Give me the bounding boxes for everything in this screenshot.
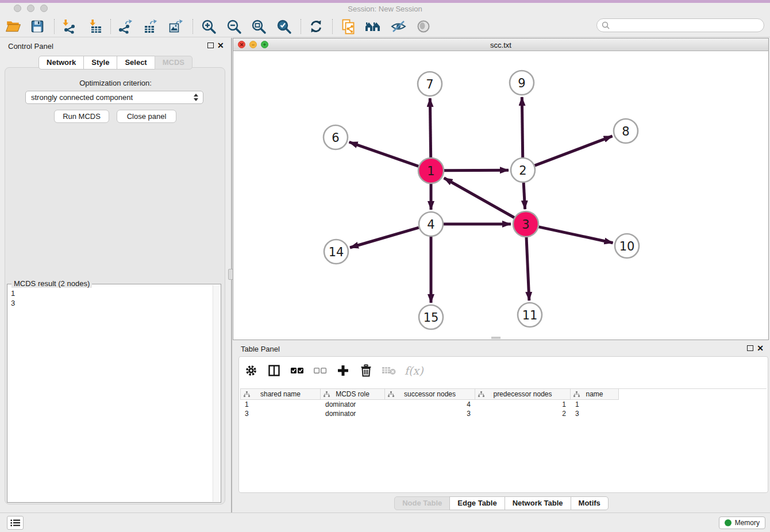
- node-4[interactable]: 4: [419, 212, 443, 236]
- cell[interactable]: 3: [571, 409, 619, 418]
- float-table-panel-icon[interactable]: [747, 345, 753, 351]
- run-mcds-button[interactable]: Run MCDS: [54, 110, 109, 123]
- import-network-icon[interactable]: [60, 18, 78, 35]
- toolbar-separator: [54, 19, 55, 34]
- edge-3-11[interactable]: [526, 237, 529, 300]
- edge-2-8[interactable]: [535, 136, 613, 165]
- table-panel-body: f(x) shared nameMCDS rolesuccessor nodes…: [238, 356, 768, 493]
- title-bar: Session: New Session: [0, 0, 770, 16]
- duplicate-network-icon[interactable]: [340, 18, 357, 35]
- column-header-predecessor-nodes[interactable]: predecessor nodes: [475, 389, 571, 400]
- table-panel: Table Panel ✕: [233, 341, 770, 512]
- table-header-row: shared nameMCDS rolesuccessor nodesprede…: [240, 388, 767, 400]
- open-session-icon[interactable]: [5, 18, 22, 35]
- cell[interactable]: 3: [385, 409, 475, 418]
- close-table-panel-icon[interactable]: ✕: [757, 345, 764, 352]
- tab-network[interactable]: Network: [38, 56, 84, 70]
- column-header-successor-nodes[interactable]: successor nodes: [385, 389, 475, 400]
- delete-column-icon[interactable]: [359, 363, 374, 378]
- toolbar-separator: [332, 19, 333, 34]
- optimization-criterion-select[interactable]: strongly connected component: [25, 91, 203, 104]
- network-window-titlebar[interactable]: ✕ − + scc.txt: [233, 38, 768, 51]
- add-column-icon[interactable]: [336, 363, 351, 378]
- node-label: 7: [426, 78, 433, 91]
- tab-network-table[interactable]: Network Table: [505, 496, 571, 510]
- edge-3-1[interactable]: [444, 178, 514, 218]
- node-9[interactable]: 9: [510, 71, 534, 95]
- table-row[interactable]: 3dominator323: [240, 409, 767, 418]
- zoom-out-icon[interactable]: [225, 18, 242, 35]
- cell[interactable]: 1: [571, 400, 619, 409]
- import-table-icon[interactable]: [87, 18, 105, 35]
- column-header-mcds-role[interactable]: MCDS role: [321, 389, 385, 400]
- edge-1-7[interactable]: [430, 98, 430, 157]
- export-image-icon[interactable]: [167, 18, 184, 35]
- node-10[interactable]: 10: [615, 234, 639, 258]
- node-label: 9: [518, 76, 525, 90]
- tab-motifs[interactable]: Motifs: [571, 496, 609, 510]
- application-window: Session: New Session: [0, 0, 770, 532]
- cell[interactable]: 1: [475, 400, 571, 409]
- zoom-selected-icon[interactable]: [275, 18, 292, 35]
- mcds-result-scrollbar[interactable]: [213, 285, 220, 502]
- zoom-fit-icon[interactable]: [250, 18, 267, 35]
- selected-option: strongly connected component: [31, 93, 133, 102]
- export-table-icon[interactable]: [142, 18, 159, 35]
- node-6[interactable]: 6: [324, 125, 348, 149]
- edge-1-6[interactable]: [349, 142, 419, 166]
- tab-mcds[interactable]: MCDS: [155, 56, 192, 70]
- cell[interactable]: 1: [240, 400, 321, 409]
- cell[interactable]: dominator: [321, 400, 385, 409]
- node-3[interactable]: 3: [513, 211, 538, 237]
- edge-3-10[interactable]: [538, 227, 613, 243]
- tab-node-table[interactable]: Node Table: [394, 496, 450, 510]
- table-settings-icon[interactable]: [244, 363, 259, 378]
- cell[interactable]: 4: [385, 400, 475, 409]
- column-header-shared-name[interactable]: shared name: [240, 389, 321, 400]
- edge-2-3[interactable]: [523, 183, 525, 209]
- table-toolbar: f(x): [244, 361, 424, 380]
- node-7[interactable]: 7: [418, 72, 442, 96]
- tab-edge-table[interactable]: Edge Table: [449, 496, 505, 510]
- network-graph-canvas[interactable]: 7968124314101511: [233, 51, 768, 340]
- memory-button[interactable]: Memory: [719, 516, 765, 529]
- edge-2-9[interactable]: [522, 97, 522, 157]
- tab-select[interactable]: Select: [117, 56, 155, 70]
- node-15[interactable]: 15: [419, 305, 443, 329]
- show-all-icon[interactable]: [415, 18, 432, 35]
- save-session-icon[interactable]: [29, 18, 46, 35]
- toolbar-separator: [301, 19, 301, 34]
- cell[interactable]: 2: [475, 409, 571, 418]
- mcds-result-line: 1: [11, 288, 15, 298]
- node-2[interactable]: 2: [511, 158, 535, 182]
- network-scrollbar-nub[interactable]: [491, 337, 500, 339]
- select-all-icon[interactable]: [290, 363, 305, 378]
- table-row[interactable]: 1dominator411: [240, 400, 767, 409]
- close-panel-button[interactable]: Close panel: [117, 110, 176, 123]
- deselect-all-icon[interactable]: [313, 363, 328, 378]
- node-11[interactable]: 11: [518, 303, 542, 327]
- edge-1-2[interactable]: [444, 170, 509, 171]
- refresh-icon[interactable]: [307, 18, 325, 35]
- control-panel: Control Panel ✕ NetworkStyleSelectMCDS O…: [0, 38, 231, 512]
- first-neighbors-icon[interactable]: [364, 18, 382, 35]
- hide-selected-icon[interactable]: [390, 18, 407, 35]
- node-1[interactable]: 1: [418, 158, 444, 183]
- show-columns-icon[interactable]: [267, 363, 282, 378]
- task-history-button[interactable]: [7, 516, 24, 530]
- close-panel-icon[interactable]: ✕: [217, 42, 224, 49]
- window-title: Session: New Session: [0, 5, 770, 13]
- node-8[interactable]: 8: [614, 119, 638, 143]
- search-input[interactable]: [613, 20, 764, 30]
- node-14[interactable]: 14: [324, 240, 348, 264]
- float-panel-icon[interactable]: [207, 43, 214, 48]
- edge-4-14[interactable]: [350, 228, 419, 248]
- tab-style[interactable]: Style: [83, 56, 117, 70]
- export-network-icon[interactable]: [117, 18, 134, 35]
- mcds-result-lines: 13: [11, 288, 15, 308]
- column-header-name[interactable]: name: [571, 389, 619, 400]
- cell[interactable]: 3: [240, 409, 321, 418]
- zoom-in-icon[interactable]: [200, 18, 217, 35]
- cell[interactable]: dominator: [321, 409, 385, 418]
- search-field[interactable]: [596, 18, 764, 32]
